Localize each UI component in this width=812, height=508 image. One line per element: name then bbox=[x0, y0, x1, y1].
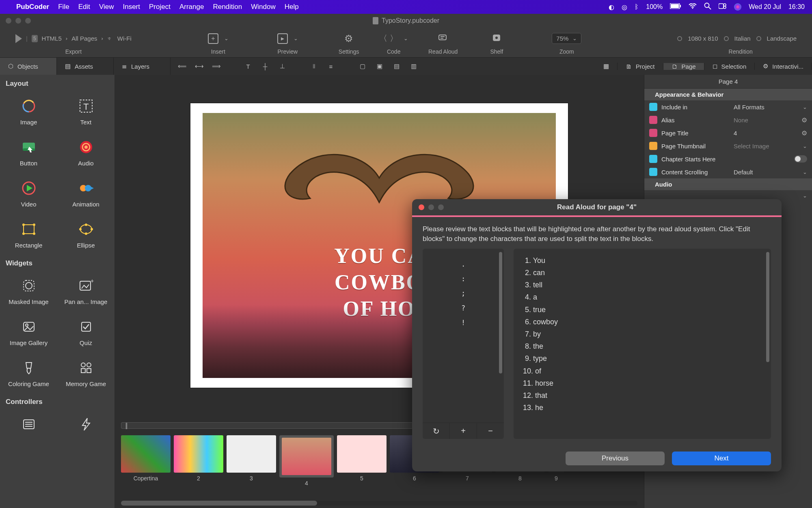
align-top-icon[interactable]: T bbox=[244, 62, 253, 71]
align-center-h-icon[interactable]: ⟷ bbox=[195, 62, 204, 71]
code-icon[interactable]: 〈 〉 bbox=[379, 33, 398, 44]
controller-2[interactable] bbox=[57, 408, 114, 439]
thumb-copertina[interactable]: Copertina bbox=[121, 435, 171, 482]
status-icon-2[interactable]: ◎ bbox=[622, 3, 627, 11]
row-content-scrolling[interactable]: Content ScrollingDefault⌄ bbox=[644, 165, 812, 178]
block-line[interactable]: 6. cowboy bbox=[521, 316, 764, 328]
tab-project[interactable]: 🗎Project bbox=[618, 63, 663, 70]
insert-icon[interactable]: + bbox=[208, 33, 218, 44]
gear-icon[interactable]: ⚙ bbox=[801, 116, 807, 124]
splitter-item[interactable]: ? bbox=[423, 301, 504, 315]
insert-rectangle[interactable]: Rectangle bbox=[0, 213, 57, 254]
arrange-forward-icon[interactable]: ▣ bbox=[375, 62, 384, 71]
window-zoom[interactable] bbox=[25, 18, 31, 24]
widget-image-gallery[interactable]: Image Gallery bbox=[0, 311, 57, 352]
preview-menu-chevron-icon[interactable]: ⌄ bbox=[294, 35, 298, 41]
splitter-item[interactable]: ! bbox=[423, 315, 504, 330]
row-alias[interactable]: AliasNone⚙ bbox=[644, 113, 812, 126]
rendition-orient[interactable]: Landscape bbox=[767, 35, 797, 42]
arrange-backward-icon[interactable]: ▤ bbox=[392, 62, 401, 71]
menu-project[interactable]: Project bbox=[149, 3, 171, 11]
chevron-down-icon[interactable]: ⌄ bbox=[803, 169, 807, 175]
splitter-reset-button[interactable]: ↻ bbox=[423, 423, 450, 439]
widget-pan-zoom-image[interactable]: +Pan an... Image bbox=[57, 270, 114, 311]
block-line[interactable]: 1. You bbox=[521, 254, 764, 267]
block-line[interactable]: 7. by bbox=[521, 328, 764, 340]
align-right-icon[interactable]: ⟹ bbox=[212, 62, 221, 71]
distribute-v-icon[interactable]: ≡ bbox=[326, 62, 335, 71]
thumb-5[interactable]: 5 bbox=[337, 435, 387, 482]
block-line[interactable]: 11. horse bbox=[521, 377, 764, 389]
settings-icon[interactable]: ⚙ bbox=[344, 33, 353, 44]
rendition-dim[interactable]: 1080 x 810 bbox=[688, 35, 718, 42]
thumb-2[interactable]: 2 bbox=[174, 435, 223, 482]
tab-page[interactable]: 🗋Page bbox=[663, 63, 704, 70]
dialog-minimize[interactable] bbox=[428, 204, 434, 210]
tab-interactivity[interactable]: ⚙Interactivi... bbox=[755, 63, 812, 70]
tab-assets[interactable]: ▤Assets bbox=[57, 58, 114, 75]
block-line[interactable]: 4. a bbox=[521, 291, 764, 303]
preview-icon[interactable]: ▸ bbox=[277, 33, 288, 44]
splitter-item[interactable]: : bbox=[423, 271, 504, 286]
tab-objects[interactable]: ⬡Objects bbox=[0, 58, 57, 75]
row-page-title[interactable]: Page Title4⚙ bbox=[644, 126, 812, 139]
widget-memory-game[interactable]: Memory Game bbox=[57, 352, 114, 393]
menu-view[interactable]: View bbox=[99, 3, 114, 11]
menu-arrange[interactable]: Arrange bbox=[179, 3, 204, 11]
row-chapter-starts[interactable]: Chapter Starts Here bbox=[644, 152, 812, 165]
block-line[interactable]: 2. can bbox=[521, 267, 764, 279]
tab-selection[interactable]: ◻Selection bbox=[704, 63, 755, 70]
insert-audio[interactable]: Audio bbox=[57, 131, 114, 172]
block-line[interactable]: 9. type bbox=[521, 352, 764, 365]
menu-window[interactable]: Window bbox=[251, 3, 275, 11]
bluetooth-icon[interactable]: ᛒ bbox=[635, 3, 639, 11]
widget-coloring-game[interactable]: Coloring Game bbox=[0, 352, 57, 393]
path-wifi[interactable]: Wi-Fi bbox=[117, 35, 132, 42]
siri-icon[interactable] bbox=[734, 3, 741, 11]
gear-icon[interactable]: ⚙ bbox=[801, 129, 807, 137]
grid-toggle[interactable]: ▦ bbox=[595, 63, 618, 70]
row-include-in[interactable]: Include inAll Formats⌄ bbox=[644, 100, 812, 113]
menubar-date[interactable]: Wed 20 Jul bbox=[749, 3, 781, 11]
splitter-remove-button[interactable]: − bbox=[477, 423, 504, 439]
insert-image[interactable]: Image bbox=[0, 90, 57, 131]
control-center-icon[interactable] bbox=[719, 3, 727, 11]
insert-button[interactable]: Button bbox=[0, 131, 57, 172]
menu-rendition[interactable]: Rendition bbox=[213, 3, 242, 11]
menubar-time[interactable]: 16:30 bbox=[788, 3, 805, 11]
arrange-front-icon[interactable]: ▢ bbox=[358, 62, 367, 71]
insert-menu-chevron-icon[interactable]: ⌄ bbox=[224, 35, 229, 41]
arrange-back-icon[interactable]: ▥ bbox=[409, 62, 418, 71]
chevron-down-icon[interactable]: ⌄ bbox=[803, 104, 807, 110]
insert-ellipse[interactable]: Ellipse bbox=[57, 213, 114, 254]
insert-text[interactable]: TText bbox=[57, 90, 114, 131]
insert-animation[interactable]: Animation bbox=[57, 172, 114, 213]
shelf-icon[interactable] bbox=[491, 33, 502, 44]
splitter-item[interactable]: ; bbox=[423, 286, 504, 301]
window-close[interactable] bbox=[6, 18, 11, 24]
code-menu-chevron-icon[interactable]: ⌄ bbox=[404, 35, 408, 41]
search-icon[interactable] bbox=[704, 2, 711, 11]
play-icon[interactable] bbox=[15, 34, 22, 43]
widget-quiz[interactable]: Quiz bbox=[57, 311, 114, 352]
dialog-close[interactable] bbox=[419, 204, 424, 210]
menu-insert[interactable]: Insert bbox=[123, 3, 140, 11]
battery-icon[interactable] bbox=[670, 3, 681, 11]
menu-edit[interactable]: Edit bbox=[78, 3, 90, 11]
tab-layers[interactable]: ≣Layers bbox=[114, 58, 171, 75]
block-line[interactable]: 13. he bbox=[521, 402, 764, 414]
app-name[interactable]: PubCoder bbox=[16, 3, 49, 11]
path-format[interactable]: HTML5 bbox=[42, 35, 62, 42]
row-page-thumbnail[interactable]: Page ThumbnailSelect Image⌄ bbox=[644, 139, 812, 152]
filmstrip-scrollbar[interactable] bbox=[121, 501, 637, 506]
thumb-3[interactable]: 3 bbox=[227, 435, 276, 482]
align-left-icon[interactable]: ⟸ bbox=[178, 62, 187, 71]
menu-file[interactable]: File bbox=[58, 3, 69, 11]
path-pages[interactable]: All Pages bbox=[71, 35, 97, 42]
rendition-lang[interactable]: Italian bbox=[734, 35, 751, 42]
align-bottom-icon[interactable]: ⊥ bbox=[278, 62, 287, 71]
align-center-v-icon[interactable]: ┼ bbox=[261, 62, 270, 71]
block-line[interactable]: 8. the bbox=[521, 340, 764, 352]
chevron-down-icon[interactable]: ⌄ bbox=[803, 193, 807, 199]
splitter-add-button[interactable]: + bbox=[450, 423, 477, 439]
